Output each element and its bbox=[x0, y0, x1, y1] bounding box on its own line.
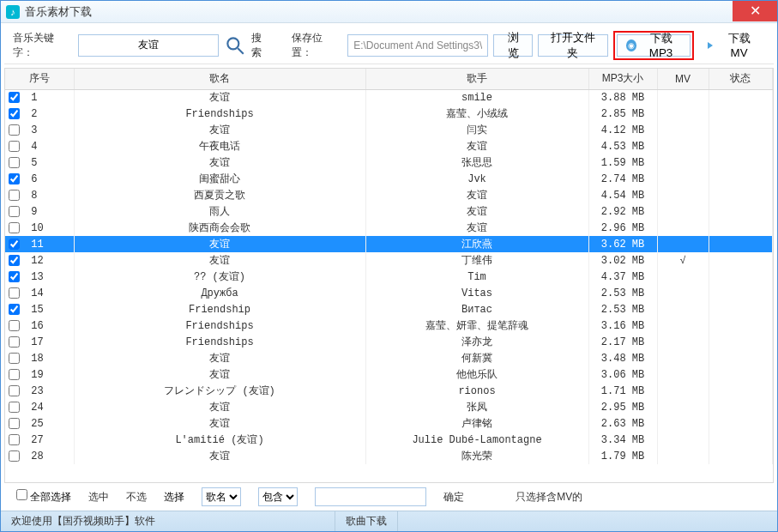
cell-state bbox=[709, 122, 773, 138]
table-row[interactable]: 9雨人友谊2.92 MB bbox=[5, 203, 773, 220]
row-checkbox[interactable] bbox=[9, 434, 20, 445]
op-select[interactable]: 包含 bbox=[258, 487, 298, 506]
row-checkbox[interactable] bbox=[9, 353, 20, 364]
row-checkbox[interactable] bbox=[9, 336, 20, 348]
cell-mv bbox=[657, 269, 709, 285]
table-row[interactable]: 10陕西商会会歌友谊2.96 MB bbox=[5, 220, 773, 236]
cell-mv bbox=[657, 334, 709, 350]
row-checkbox[interactable] bbox=[9, 287, 20, 299]
col-song[interactable]: 歌名 bbox=[74, 69, 365, 89]
row-checkbox[interactable] bbox=[9, 450, 20, 462]
row-checkbox[interactable] bbox=[9, 239, 20, 250]
table-row[interactable]: 11友谊江欣燕3.62 MB bbox=[5, 236, 773, 252]
table-row[interactable]: 2Friendships嘉莹、小绒绒2.85 MB bbox=[5, 106, 773, 122]
row-checkbox[interactable] bbox=[9, 369, 20, 380]
cell-state bbox=[709, 106, 773, 122]
cell-size: 4.12 MB bbox=[588, 122, 657, 138]
row-checkbox[interactable] bbox=[9, 385, 20, 396]
row-checkbox[interactable] bbox=[9, 141, 20, 152]
cell-size: 2.96 MB bbox=[588, 220, 657, 236]
cell-size: 3.16 MB bbox=[588, 317, 657, 334]
cell-artist: smile bbox=[365, 89, 588, 106]
row-checkbox[interactable] bbox=[9, 173, 20, 184]
cell-artist: 嘉莹、妍霏、提笔辞魂 bbox=[365, 317, 588, 334]
cell-size: 3.02 MB bbox=[588, 252, 657, 269]
table-row[interactable]: 5友谊张思思1.59 MB bbox=[5, 154, 773, 171]
download-mv-button[interactable]: 下载MV bbox=[699, 34, 765, 57]
table-row[interactable]: 27L'amitié (友谊)Julie Dubé-Lamontagne3.34… bbox=[5, 432, 773, 448]
confirm-link[interactable]: 确定 bbox=[443, 490, 464, 505]
table-row[interactable]: 19友谊他他乐队3.06 MB bbox=[5, 366, 773, 383]
table-row[interactable]: 23フレンドシップ (友谊)rionos1.71 MB bbox=[5, 383, 773, 399]
table-row[interactable]: 4午夜电话友谊4.53 MB bbox=[5, 138, 773, 154]
titlebar[interactable]: ♪ 音乐素材下载 ✕ bbox=[1, 1, 777, 23]
filter-value-input[interactable] bbox=[315, 487, 426, 506]
cell-song: 友谊 bbox=[74, 89, 365, 106]
close-button[interactable]: ✕ bbox=[733, 1, 777, 21]
table-row[interactable]: 8西夏贡之歌友谊4.54 MB bbox=[5, 187, 773, 203]
table-row[interactable]: 16Friendships嘉莹、妍霏、提笔辞魂3.16 MB bbox=[5, 317, 773, 334]
row-checkbox[interactable] bbox=[9, 157, 20, 168]
cell-size: 4.54 MB bbox=[588, 187, 657, 203]
selected-link[interactable]: 选中 bbox=[88, 490, 109, 505]
row-checkbox[interactable] bbox=[9, 222, 20, 233]
download-mp3-label: 下载MP3 bbox=[641, 31, 681, 59]
table-row[interactable]: 17Friendships泽亦龙2.17 MB bbox=[5, 334, 773, 350]
cell-mv bbox=[657, 350, 709, 366]
statusbar: 欢迎使用【国乔视频助手】软件 歌曲下载 bbox=[1, 511, 777, 531]
cell-state bbox=[709, 350, 773, 366]
download-mp3-button[interactable]: ◉ 下载MP3 bbox=[617, 34, 691, 57]
cell-artist: 江欣燕 bbox=[365, 236, 588, 252]
cell-mv bbox=[657, 301, 709, 317]
row-checkbox[interactable] bbox=[9, 108, 20, 119]
cell-mv bbox=[657, 154, 709, 171]
status-task: 歌曲下载 bbox=[335, 511, 398, 531]
search-icon[interactable] bbox=[224, 33, 246, 57]
table-row[interactable]: 18友谊何新冀3.48 MB bbox=[5, 350, 773, 366]
cell-song: 友谊 bbox=[74, 399, 365, 415]
cell-mv bbox=[657, 220, 709, 236]
select-all-checkbox[interactable]: 全部选择 bbox=[16, 489, 71, 505]
only-mv-link[interactable]: 只选择含MV的 bbox=[516, 490, 582, 505]
table-row[interactable]: 6闺蜜甜心Jvk2.74 MB bbox=[5, 171, 773, 187]
status-welcome: 欢迎使用【国乔视频助手】软件 bbox=[1, 511, 335, 531]
keyword-input[interactable] bbox=[78, 34, 219, 57]
unselect-link[interactable]: 不选 bbox=[126, 490, 147, 505]
table-row[interactable]: 24友谊张凤2.95 MB bbox=[5, 399, 773, 415]
save-label: 保存位置： bbox=[292, 31, 339, 60]
cell-mv bbox=[657, 432, 709, 448]
table-row[interactable]: 12友谊丁维伟3.02 MB√ bbox=[5, 252, 773, 269]
col-size[interactable]: MP3大小 bbox=[588, 69, 657, 89]
cell-state bbox=[709, 236, 773, 252]
cell-mv bbox=[657, 138, 709, 154]
row-checkbox[interactable] bbox=[9, 206, 20, 217]
row-checkbox[interactable] bbox=[9, 124, 20, 136]
table-row[interactable]: 15FriendshipВитас2.53 MB bbox=[5, 301, 773, 317]
results-scroll[interactable]: 序号 歌名 歌手 MP3大小 MV 状态 1友谊smile3.88 MB 2Fr… bbox=[5, 69, 773, 482]
open-folder-button[interactable]: 打开文件夹 bbox=[538, 34, 608, 57]
table-row[interactable]: 1友谊smile3.88 MB bbox=[5, 89, 773, 106]
table-row[interactable]: 28友谊陈光荣1.79 MB bbox=[5, 448, 773, 464]
table-row[interactable]: 25友谊卢律铭2.63 MB bbox=[5, 415, 773, 432]
row-checkbox[interactable] bbox=[9, 190, 20, 201]
col-state[interactable]: 状态 bbox=[709, 69, 773, 89]
save-path-input[interactable] bbox=[347, 34, 488, 57]
table-row[interactable]: 3友谊闫实4.12 MB bbox=[5, 122, 773, 138]
table-row[interactable]: 14ДружбаVitas2.53 MB bbox=[5, 285, 773, 301]
row-checkbox[interactable] bbox=[9, 402, 20, 413]
col-mv[interactable]: MV bbox=[657, 69, 709, 89]
browse-button[interactable]: 浏览 bbox=[493, 34, 533, 57]
row-checkbox[interactable] bbox=[9, 418, 20, 429]
field-select[interactable]: 歌名 bbox=[202, 487, 241, 506]
cell-size: 4.37 MB bbox=[588, 269, 657, 285]
row-checkbox[interactable] bbox=[9, 271, 20, 282]
row-checkbox[interactable] bbox=[9, 304, 20, 315]
row-checkbox[interactable] bbox=[9, 92, 20, 103]
cell-artist: 丁维伟 bbox=[365, 252, 588, 269]
cell-song: 友谊 bbox=[74, 350, 365, 366]
row-checkbox[interactable] bbox=[9, 255, 20, 266]
col-artist[interactable]: 歌手 bbox=[365, 69, 588, 89]
col-seq[interactable]: 序号 bbox=[5, 69, 74, 89]
row-checkbox[interactable] bbox=[9, 320, 20, 331]
table-row[interactable]: 13?? (友谊)Tim4.37 MB bbox=[5, 269, 773, 285]
